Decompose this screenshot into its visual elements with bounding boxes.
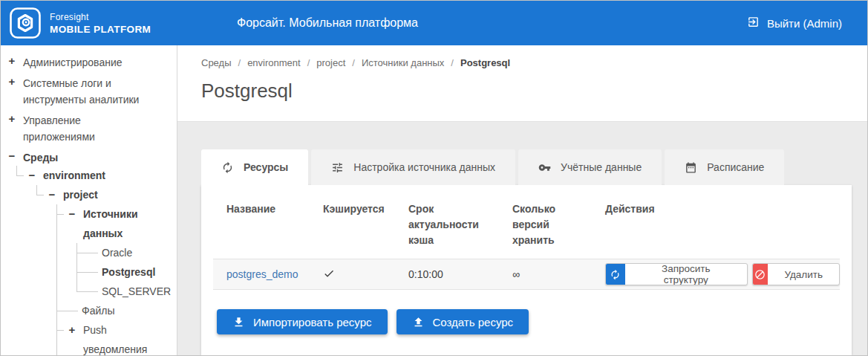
- app-window: Foresight MOBILE PLATFORM Форсайт. Мобил…: [0, 0, 868, 356]
- tree-node: Файлы: [56, 301, 174, 320]
- tree-node: −Источники данныхOraclePostgresqlSQL_SER…: [56, 204, 174, 301]
- tree-item-label: Postgresql: [102, 262, 155, 282]
- action-label: Запросить структуру: [625, 263, 747, 285]
- tree-node: SQL_SERVER: [76, 282, 174, 301]
- delete-button[interactable]: Удалить: [752, 263, 840, 285]
- tree-item[interactable]: −Источники данных: [67, 204, 174, 243]
- tab-resources[interactable]: Ресурсы: [201, 149, 308, 185]
- nav-tree: +Администрирование+Системные логи и инст…: [7, 54, 174, 355]
- tree-item-label: Системные логи и инструменты аналитики: [23, 75, 154, 108]
- minus-icon[interactable]: −: [7, 149, 17, 162]
- tree-item-label: Администрирование: [23, 54, 123, 71]
- breadcrumb-item[interactable]: environment: [247, 57, 301, 68]
- cache-ttl-cell: 0:10:00: [395, 259, 499, 290]
- minus-icon[interactable]: −: [27, 166, 37, 185]
- refresh-icon: [605, 263, 625, 285]
- download-icon: [232, 316, 245, 329]
- refresh-icon: [221, 161, 234, 174]
- tab-1[interactable]: Настройка источника данных: [311, 149, 515, 185]
- resources-table: НазваниеКэшируетсяСрок актуальности кэша…: [213, 192, 840, 290]
- logout-label: Выйти (Admin): [767, 17, 842, 30]
- tree-item-label: Файлы: [82, 301, 114, 320]
- breadcrumb-separator: /: [352, 57, 355, 68]
- breadcrumb-item[interactable]: Источники данных: [362, 57, 444, 68]
- cached-cell: [310, 259, 395, 290]
- tab-label: Учётные данные: [561, 161, 642, 173]
- tree-item[interactable]: −Среды: [7, 149, 174, 166]
- column-header: Кэшируется: [310, 192, 395, 259]
- column-header: Действия: [592, 192, 840, 259]
- tree-node: Postgresql: [76, 262, 174, 282]
- tab-2[interactable]: Учётные данные: [518, 149, 662, 185]
- create-resource-button[interactable]: Создать ресурс: [397, 309, 529, 334]
- resource-link[interactable]: postgres_demo: [226, 268, 298, 280]
- breadcrumb: Среды/environment/project/Источники данн…: [201, 57, 867, 68]
- tree-node: +Администрирование: [7, 54, 174, 71]
- plus-icon[interactable]: +: [7, 54, 17, 67]
- foresight-logo-icon: [8, 6, 42, 40]
- resource-name-cell: postgres_demo: [213, 259, 310, 290]
- tree-item[interactable]: Postgresql: [102, 262, 174, 282]
- button-label: Создать ресурс: [433, 316, 514, 329]
- minus-icon[interactable]: −: [67, 204, 77, 224]
- tree-node: −Среды−environment−project−Источники дан…: [7, 149, 174, 355]
- breadcrumb-item[interactable]: Среды: [201, 57, 232, 68]
- nav-tree-branch: −environment−project−Источники данныхOra…: [16, 166, 174, 355]
- tune-icon: [331, 161, 344, 174]
- actions-cell: Запросить структуруУдалить: [592, 259, 840, 290]
- tree-item[interactable]: SQL_SERVER: [102, 282, 174, 301]
- plus-icon[interactable]: +: [67, 320, 77, 340]
- nav-tree-branch: −project−Источники данныхOraclePostgresq…: [36, 185, 174, 355]
- tab-label: Расписание: [707, 161, 764, 173]
- breadcrumb-item[interactable]: project: [316, 57, 345, 68]
- breadcrumb-separator: /: [238, 57, 241, 68]
- breadcrumb-separator: /: [451, 57, 454, 68]
- tree-node: +Управление приложениями: [7, 112, 174, 145]
- tree-item-label: project: [63, 185, 98, 204]
- tree-node: +Системные логи и инструменты аналитики: [7, 75, 174, 108]
- breadcrumb-item: Postgresql: [460, 57, 510, 68]
- resources-panel: НазваниеКэшируетсяСрок актуальности кэша…: [201, 185, 852, 355]
- logo-text: Foresight MOBILE PLATFORM: [50, 12, 151, 35]
- tree-item[interactable]: Файлы: [82, 301, 174, 320]
- import-resource-button[interactable]: Импортировать ресурс: [217, 309, 388, 334]
- app-title: Форсайт. Мобильная платформа: [237, 16, 418, 30]
- tree-item[interactable]: +Управление приложениями: [7, 112, 174, 145]
- logo-line1: Foresight: [50, 12, 151, 22]
- page-title: Postgresql: [201, 80, 867, 103]
- tab-3[interactable]: Расписание: [665, 149, 784, 185]
- tree-item-label: environment: [43, 166, 105, 185]
- request-structure-button[interactable]: Запросить структуру: [605, 263, 748, 285]
- tree-item-label: SQL_SERVER: [102, 282, 171, 301]
- tree-item-label: Oracle: [102, 243, 132, 262]
- tree-item[interactable]: −environment: [27, 166, 174, 185]
- tree-item[interactable]: +Системные логи и инструменты аналитики: [7, 75, 174, 108]
- resource-actions: Импортировать ресурсСоздать ресурс: [217, 309, 840, 334]
- tree-item-label: Push уведомления: [83, 320, 174, 355]
- calendar-icon: [685, 161, 697, 174]
- logout-button[interactable]: Выйти (Admin): [747, 16, 842, 30]
- versions-cell: ∞: [499, 259, 592, 290]
- key-icon: [538, 161, 551, 174]
- tree-node: −project−Источники данныхOraclePostgresq…: [36, 185, 174, 355]
- column-header: Срок актуальности кэша: [395, 192, 499, 259]
- tree-item[interactable]: +Push уведомления: [67, 320, 174, 355]
- column-header: Название: [213, 192, 310, 259]
- minus-icon[interactable]: −: [47, 185, 57, 204]
- tab-label: Ресурсы: [244, 161, 288, 173]
- button-label: Импортировать ресурс: [253, 316, 372, 329]
- plus-icon[interactable]: +: [7, 112, 17, 125]
- upload-icon: [412, 316, 425, 329]
- page-header: Среды/environment/project/Источники данн…: [177, 45, 867, 122]
- tree-item[interactable]: +Администрирование: [7, 54, 174, 71]
- tree-item-label: Источники данных: [83, 204, 174, 243]
- nav-tree-branch: −Источники данныхOraclePostgresqlSQL_SER…: [56, 204, 174, 355]
- app-logo: Foresight MOBILE PLATFORM: [1, 6, 151, 40]
- plus-icon[interactable]: +: [7, 75, 17, 88]
- tree-item[interactable]: Oracle: [102, 243, 174, 262]
- logo-line2: MOBILE PLATFORM: [50, 24, 151, 35]
- table-row: postgres_demo0:10:00∞Запросить структуру…: [213, 259, 840, 290]
- tree-item[interactable]: −project: [47, 185, 174, 204]
- tree-node: +Push уведомления: [56, 320, 174, 355]
- nav-tree-branch: OraclePostgresqlSQL_SERVER: [76, 243, 174, 301]
